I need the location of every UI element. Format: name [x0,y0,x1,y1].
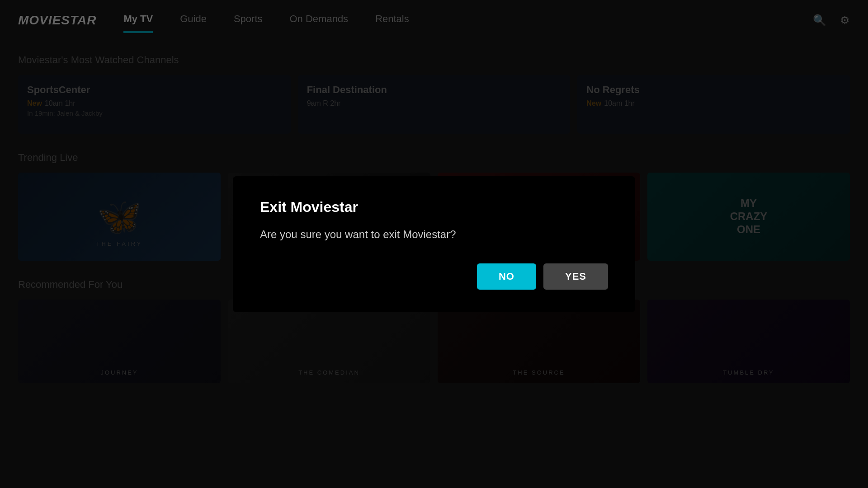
dialog-buttons: NO YES [260,263,608,290]
yes-button[interactable]: YES [543,263,608,290]
dialog-message: Are you sure you want to exit Moviestar? [260,228,608,241]
modal-overlay: Exit Moviestar Are you sure you want to … [0,0,868,488]
no-button[interactable]: NO [477,263,536,290]
dialog-title: Exit Moviestar [260,199,608,216]
exit-dialog: Exit Moviestar Are you sure you want to … [233,176,635,312]
